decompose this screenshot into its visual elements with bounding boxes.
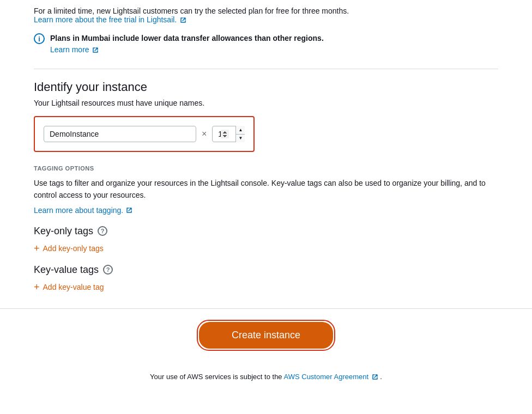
instance-name-input[interactable] (44, 126, 196, 142)
info-icon: i (34, 33, 45, 44)
learn-more-external-icon (92, 47, 99, 53)
spinner-buttons: ▲ ▼ (235, 126, 245, 142)
external-link-icon (180, 17, 186, 23)
section-title: Identify your instance (34, 80, 498, 94)
tagging-learn-more-link[interactable]: Learn more about tagging. (34, 206, 132, 215)
key-value-help-icon[interactable]: ? (103, 265, 113, 275)
tagging-external-icon (126, 207, 132, 214)
customer-agreement-link[interactable]: AWS Customer Agreement (284, 373, 380, 381)
key-only-help-icon[interactable]: ? (98, 226, 107, 236)
create-instance-button[interactable]: Create instance (199, 322, 333, 349)
plus-icon-key-value: + (34, 282, 40, 292)
decrement-button[interactable]: ▼ (236, 135, 245, 143)
instance-name-container: × ▲ ▼ (34, 116, 255, 152)
notice-text: For a limited time, new Lightsail custom… (34, 7, 349, 15)
customer-agreement-external-icon (372, 374, 378, 380)
trial-notice: For a limited time, new Lightsail custom… (34, 0, 498, 27)
key-value-tags-title: Key-value tags ? (34, 264, 498, 276)
key-only-tags-title: Key-only tags ? (34, 226, 498, 237)
info-box-text: Plans in Mumbai include lower data trans… (50, 33, 324, 56)
increment-button[interactable]: ▲ (236, 126, 245, 135)
times-symbol: × (202, 129, 207, 139)
count-wrapper: ▲ ▼ (212, 126, 245, 142)
footer: Your use of AWS services is subject to t… (0, 367, 532, 392)
tagging-label: TAGGING OPTIONS (34, 165, 498, 172)
create-instance-section: Create instance (0, 309, 532, 367)
plus-icon-key-only: + (34, 243, 40, 253)
learn-more-link[interactable]: Learn more (50, 44, 99, 56)
tagging-description: Use tags to filter and organize your res… (34, 177, 498, 202)
add-key-only-tags-button[interactable]: + Add key-only tags (34, 243, 104, 253)
create-instance-outer-border: Create instance (197, 320, 335, 351)
subtitle: Your Lightsail resources must have uniqu… (34, 99, 498, 107)
free-trial-link[interactable]: Learn more about the free trial in Light… (34, 15, 186, 24)
add-key-value-tag-button[interactable]: + Add key-value tag (34, 282, 104, 292)
info-box: i Plans in Mumbai include lower data tra… (34, 27, 498, 64)
top-divider (34, 69, 498, 69)
